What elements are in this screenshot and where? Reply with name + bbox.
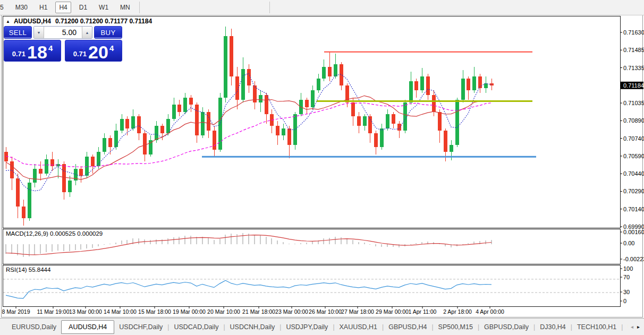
date-axis: 8 Mar 201911 Mar 19:0013 Mar 00:0014 Mar… bbox=[2, 306, 504, 315]
svg-text:20 Mar 10:00: 20 Mar 10:00 bbox=[207, 308, 240, 315]
chart-symbol-period: AUDUSD,H4 bbox=[14, 18, 51, 25]
svg-text:8 Mar 2019: 8 Mar 2019 bbox=[2, 308, 30, 315]
macd-values: 0.000525 0.000029 bbox=[50, 230, 103, 237]
svg-text:0.71485: 0.71485 bbox=[623, 47, 644, 53]
chart-title: ▲AUDUSD,H40.71200 0.71200 0.71177 0.7118… bbox=[6, 18, 152, 25]
bid-prefix: 0.71 bbox=[12, 50, 26, 58]
svg-text:11 Mar 19:00: 11 Mar 19:00 bbox=[37, 308, 69, 315]
tab-USDJPY-Daily[interactable]: USDJPY,Daily bbox=[281, 321, 333, 333]
one-click-trading-panel: SELL ▼ ▲ BUY 0.71 18 4 0.71 20 4 bbox=[4, 26, 122, 62]
tab-XAUUSD-H1[interactable]: XAUUSD,H1 bbox=[335, 321, 383, 333]
rsi-value: 55.8444 bbox=[29, 267, 51, 273]
svg-text:15 Mar 18:00: 15 Mar 18:00 bbox=[138, 308, 171, 315]
tab-GBPUSD-Daily[interactable]: GBPUSD,Daily bbox=[479, 321, 533, 333]
svg-text:21 Mar 18:00: 21 Mar 18:00 bbox=[242, 308, 275, 315]
timeframe-button-W1[interactable]: W1 bbox=[95, 2, 112, 13]
ask-prefix: 0.71 bbox=[73, 50, 87, 58]
indicator-scales: 0.0016050.00-0.00223510070300 bbox=[620, 229, 644, 304]
volume-increase-button[interactable]: ▲ bbox=[82, 27, 92, 38]
svg-text:0.70440: 0.70440 bbox=[623, 170, 644, 177]
svg-text:-0.002235: -0.002235 bbox=[623, 256, 644, 262]
svg-text:27 Mar 18:00: 27 Mar 18:00 bbox=[341, 308, 374, 315]
symbol-tabs: EURUSD,DailyAUDUSD,H4USDCHF,Daily|USDCAD… bbox=[7, 320, 644, 334]
svg-text:0.70140: 0.70140 bbox=[623, 206, 644, 212]
svg-text:0.001605: 0.001605 bbox=[623, 229, 644, 235]
timeframe-button-5[interactable]: 5 bbox=[0, 2, 7, 13]
timeframe-button-H1[interactable]: H1 bbox=[36, 2, 51, 13]
svg-text:23 Mar 00:00: 23 Mar 00:00 bbox=[275, 308, 308, 315]
svg-text:70: 70 bbox=[623, 274, 630, 280]
svg-text:14 Mar 10:00: 14 Mar 10:00 bbox=[104, 308, 137, 315]
volume-spinner: ▼ ▲ bbox=[33, 26, 92, 39]
bid-pipette: 4 bbox=[48, 44, 53, 53]
chart-ohlc-values: 0.71200 0.71200 0.71177 0.71184 bbox=[55, 18, 152, 25]
ask-big-digits: 20 bbox=[88, 45, 108, 61]
svg-text:26 Mar 10:00: 26 Mar 10:00 bbox=[309, 308, 342, 315]
timeframe-button-MN[interactable]: MN bbox=[116, 2, 134, 13]
ask-price-button[interactable]: 0.71 20 4 bbox=[65, 40, 122, 62]
svg-text:100: 100 bbox=[623, 265, 633, 272]
rsi-label: RSI(14) 55.8444 bbox=[6, 267, 50, 273]
mt4-window: { "toolbar": { "timeframes": [ {"label":… bbox=[0, 0, 644, 335]
bid-price-button[interactable]: 0.71 18 4 bbox=[4, 40, 61, 62]
volume-input[interactable] bbox=[44, 27, 82, 38]
tab-navigation: ◂ ▸ bbox=[628, 319, 642, 335]
macd-label: MACD(12,26,9) 0.000525 0.000029 bbox=[6, 230, 103, 237]
tabs-scroll-right-icon[interactable]: ▸ bbox=[637, 324, 640, 330]
timeframe-button-D1[interactable]: D1 bbox=[75, 2, 91, 13]
ask-pipette: 4 bbox=[109, 44, 114, 53]
timeframe-toolbar: 5M30H1H4D1W1MN bbox=[0, 0, 644, 15]
toolbar-separator bbox=[139, 2, 140, 13]
volume-decrease-button[interactable]: ▼ bbox=[34, 27, 44, 38]
tab-TECH100-H1[interactable]: TECH100,H1 bbox=[572, 321, 621, 333]
tab-USDCAD-Daily[interactable]: USDCAD,Daily bbox=[169, 321, 223, 333]
svg-text:30: 30 bbox=[623, 289, 630, 295]
symbol-tabbar: EURUSD,DailyAUDUSD,H4USDCHF,Daily|USDCAD… bbox=[0, 318, 644, 335]
svg-text:0.71630: 0.71630 bbox=[623, 29, 644, 36]
sell-button[interactable]: SELL bbox=[4, 26, 32, 39]
bid-big-digits: 18 bbox=[27, 45, 47, 61]
svg-text:1 Apr 11:00: 1 Apr 11:00 bbox=[409, 308, 437, 315]
svg-text:0.71335: 0.71335 bbox=[623, 65, 644, 71]
svg-text:0: 0 bbox=[623, 298, 626, 304]
svg-text:0.70890: 0.70890 bbox=[623, 117, 644, 124]
price-axis: 0.716300.714850.713350.711840.710350.708… bbox=[620, 29, 644, 230]
collapse-triangle-icon[interactable]: ▲ bbox=[6, 19, 10, 24]
timeframe-button-M30[interactable]: M30 bbox=[12, 2, 31, 13]
svg-text:0.71184: 0.71184 bbox=[623, 82, 644, 89]
tab-USDCHF-Daily[interactable]: USDCHF,Daily bbox=[114, 321, 167, 333]
tab-GBPUSD-H4[interactable]: GBPUSD,H4 bbox=[384, 321, 431, 333]
rsi-pane-frame bbox=[3, 265, 621, 307]
tabs-scroll-left-icon[interactable]: ◂ bbox=[631, 324, 633, 330]
svg-text:19 Mar 00:00: 19 Mar 00:00 bbox=[173, 308, 206, 315]
tab-EURUSD-Daily[interactable]: EURUSD,Daily bbox=[7, 321, 61, 333]
toolbar-separator-2 bbox=[269, 2, 270, 13]
tab-SP500-M15[interactable]: SP500,M15 bbox=[434, 321, 478, 333]
svg-text:0.71035: 0.71035 bbox=[623, 100, 644, 106]
svg-text:0.70290: 0.70290 bbox=[623, 188, 644, 194]
timeframe-buttons: 5M30H1H4D1W1MN bbox=[0, 2, 136, 13]
svg-text:0.00: 0.00 bbox=[623, 240, 634, 246]
tab-DJ30-H4[interactable]: DJ30,H4 bbox=[535, 321, 571, 333]
svg-text:0.70590: 0.70590 bbox=[623, 153, 644, 159]
svg-text:29 Mar 00:00: 29 Mar 00:00 bbox=[376, 308, 409, 315]
buy-button[interactable]: BUY bbox=[94, 26, 122, 39]
svg-text:4 Apr 00:00: 4 Apr 00:00 bbox=[476, 308, 504, 315]
tab-AUDUSD-H4[interactable]: AUDUSD,H4 bbox=[61, 320, 114, 334]
svg-text:13 Mar 00:00: 13 Mar 00:00 bbox=[69, 308, 102, 315]
svg-text:0.70740: 0.70740 bbox=[623, 135, 644, 142]
tab-USDCNH-Daily[interactable]: USDCNH,Daily bbox=[225, 321, 280, 333]
svg-text:2 Apr 18:00: 2 Apr 18:00 bbox=[443, 308, 472, 315]
timeframe-button-H4[interactable]: H4 bbox=[55, 2, 71, 13]
